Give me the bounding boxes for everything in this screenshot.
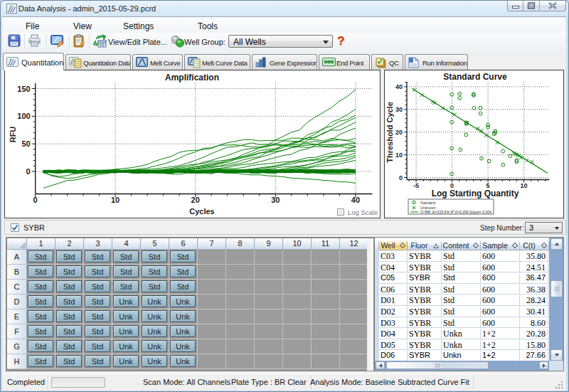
svg-text:100: 100	[17, 112, 30, 120]
svg-text:SYBR: E=215.6% R^2=0.299 Slope: SYBR: E=215.6% R^2=0.299 Slope=-3.004	[420, 210, 491, 214]
svg-text:40: 40	[395, 83, 403, 90]
svg-text:0: 0	[450, 182, 454, 189]
svg-text:Standard Curve: Standard Curve	[443, 72, 507, 82]
svg-text:Threshold Cycle: Threshold Cycle	[385, 102, 394, 163]
svg-text:30: 30	[395, 106, 403, 113]
svg-text:40: 40	[351, 196, 360, 204]
svg-text:20: 20	[191, 196, 200, 204]
svg-text:10: 10	[395, 152, 403, 159]
svg-text:20: 20	[395, 129, 403, 136]
svg-text:Log Starting Quantity: Log Starting Quantity	[432, 189, 519, 198]
svg-text:10: 10	[521, 182, 528, 189]
svg-text:30: 30	[271, 196, 280, 204]
svg-text:Unknown: Unknown	[420, 206, 436, 210]
svg-text:10: 10	[111, 196, 119, 204]
svg-text:Amplification: Amplification	[165, 73, 219, 83]
svg-text:Standard: Standard	[420, 201, 435, 205]
svg-text:Cycles: Cycles	[189, 207, 214, 216]
svg-text:50: 50	[21, 139, 30, 148]
svg-text:0: 0	[26, 167, 31, 176]
svg-text:0: 0	[399, 174, 403, 181]
svg-text:5: 5	[486, 182, 490, 189]
svg-text:150: 150	[17, 85, 30, 93]
svg-text:RFU: RFU	[9, 127, 17, 143]
svg-text:0: 0	[33, 196, 37, 204]
svg-text:-5: -5	[413, 182, 419, 189]
